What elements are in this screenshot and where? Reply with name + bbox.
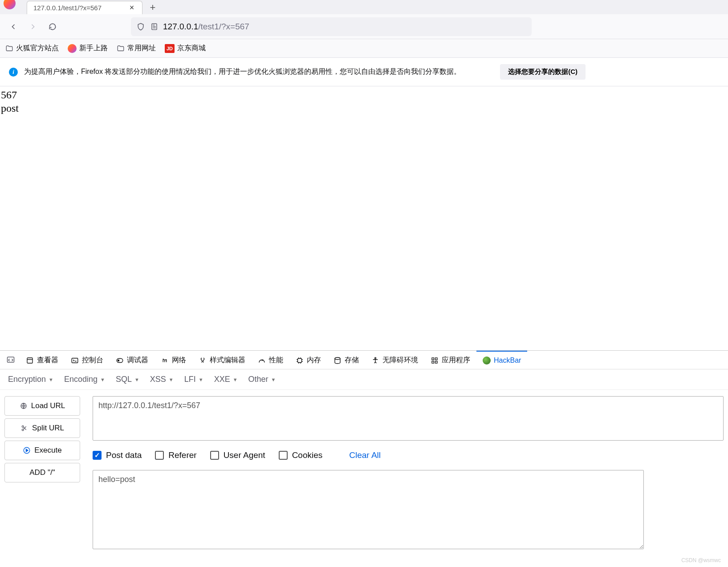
jd-icon: JD xyxy=(165,44,175,53)
site-info-icon[interactable] xyxy=(150,22,159,31)
close-tab-icon[interactable]: × xyxy=(128,4,136,12)
bookmark-item-jd[interactable]: JD 京东商城 xyxy=(165,44,206,53)
devtools-tab-debugger[interactable]: 调试器 xyxy=(110,351,155,369)
devtools-tab-style-editor[interactable]: 样式编辑器 xyxy=(192,351,252,369)
back-icon xyxy=(9,22,18,31)
url-text: 127.0.0.1/test1/?x=567 xyxy=(163,22,249,32)
accessibility-icon xyxy=(371,356,379,364)
url-bar[interactable]: 127.0.0.1/test1/?x=567 xyxy=(131,17,532,36)
style-editor-icon xyxy=(199,356,207,364)
watermark: CSDN @wsmwc xyxy=(681,557,721,563)
split-url-icon xyxy=(20,424,28,432)
tab-label: HackBar xyxy=(494,356,521,364)
browser-tab[interactable]: 127.0.0.1/test1/?x=567 × xyxy=(27,1,142,14)
firefox-icon xyxy=(68,44,77,53)
devtools-tab-inspector[interactable]: 查看器 xyxy=(20,351,65,369)
page-line-2: post xyxy=(1,101,727,115)
application-icon xyxy=(431,356,439,364)
svg-point-11 xyxy=(375,357,376,359)
info-message: 为提高用户体验，Firefox 将发送部分功能的使用情况给我们，用于进一步优化火… xyxy=(24,67,494,77)
hackbar-menu-xxe[interactable]: XXE▼ xyxy=(214,375,238,384)
performance-icon xyxy=(258,356,266,364)
hackbar-body: Load URL Split URL Execute ADD "/" xyxy=(0,390,728,567)
devtools-tab-memory[interactable]: 内存 xyxy=(289,351,327,369)
tab-label: 存储 xyxy=(345,356,359,365)
cookies-checkbox[interactable]: Cookies xyxy=(279,450,323,460)
tab-title: 127.0.0.1/test1/?x=567 xyxy=(33,4,123,12)
tab-bar: 127.0.0.1/test1/?x=567 × + xyxy=(0,0,728,14)
tab-strip: 127.0.0.1/test1/?x=567 × + xyxy=(27,0,159,14)
hackbar-options: Post data Referer User Agent Cookies C xyxy=(93,450,724,460)
bookmark-item-official[interactable]: 火狐官方站点 xyxy=(5,44,59,53)
devtools-tab-application[interactable]: 应用程序 xyxy=(424,351,476,369)
info-bar: i 为提高用户体验，Firefox 将发送部分功能的使用情况给我们，用于进一步优… xyxy=(0,58,728,86)
svg-rect-15 xyxy=(435,361,438,363)
svg-rect-12 xyxy=(432,358,434,360)
execute-icon xyxy=(23,446,31,454)
hackbar-url-input[interactable] xyxy=(93,396,724,441)
hackbar-menu-lfi[interactable]: LFI▼ xyxy=(184,375,203,384)
bookmark-label: 火狐官方站点 xyxy=(16,44,59,53)
hackbar-menu-encryption[interactable]: Encryption▼ xyxy=(8,375,53,384)
bookmark-label: 常用网址 xyxy=(127,44,156,53)
devtools-tabs: 查看器 控制台 调试器 网络 样式编辑器 性能 内存 存储 xyxy=(0,351,728,369)
load-url-button[interactable]: Load URL xyxy=(4,396,80,416)
page-content: 567 post xyxy=(0,86,728,350)
svg-rect-13 xyxy=(435,358,438,360)
tab-label: 查看器 xyxy=(37,356,58,365)
tab-label: 内存 xyxy=(307,356,321,365)
tab-label: 应用程序 xyxy=(442,356,470,365)
hackbar-menu-xss[interactable]: XSS▼ xyxy=(150,375,174,384)
forward-button[interactable] xyxy=(25,19,41,35)
hackbar-panel: Encryption▼ Encoding▼ SQL▼ XSS▼ LFI▼ XXE… xyxy=(0,369,728,567)
devtools-tab-console[interactable]: 控制台 xyxy=(65,351,110,369)
new-tab-button[interactable]: + xyxy=(146,1,159,14)
checkbox-icon xyxy=(93,451,102,460)
bookmark-label: 新手上路 xyxy=(79,44,108,53)
bookmark-item-newbie[interactable]: 新手上路 xyxy=(68,44,108,53)
hackbar-post-input[interactable] xyxy=(93,470,644,549)
back-button[interactable] xyxy=(5,19,21,35)
tab-label: 网络 xyxy=(172,356,186,365)
add-slash-button[interactable]: ADD "/" xyxy=(4,463,80,482)
hackbar-side-buttons: Load URL Split URL Execute ADD "/" xyxy=(4,396,80,549)
dock-icon[interactable] xyxy=(4,354,17,366)
nav-bar: 127.0.0.1/test1/?x=567 xyxy=(0,14,728,39)
share-data-button[interactable]: 选择您要分享的数据(C) xyxy=(500,64,586,80)
post-data-checkbox[interactable]: Post data xyxy=(93,450,142,460)
network-icon xyxy=(161,356,169,364)
devtools-tab-performance[interactable]: 性能 xyxy=(252,351,289,369)
svg-point-17 xyxy=(22,425,24,427)
svg-rect-5 xyxy=(27,358,33,363)
memory-icon xyxy=(296,356,304,364)
reload-icon xyxy=(48,22,57,31)
devtools-tab-storage[interactable]: 存储 xyxy=(327,351,365,369)
svg-rect-6 xyxy=(72,358,78,363)
svg-point-18 xyxy=(22,429,24,431)
folder-icon xyxy=(5,45,13,53)
shield-icon[interactable] xyxy=(136,22,145,31)
console-icon xyxy=(71,356,79,364)
split-url-button[interactable]: Split URL xyxy=(4,418,80,438)
bookmark-item-common[interactable]: 常用网址 xyxy=(117,44,156,53)
hackbar-menu-encoding[interactable]: Encoding▼ xyxy=(64,375,105,384)
firefox-logo-icon xyxy=(4,0,16,9)
devtools-tab-network[interactable]: 网络 xyxy=(155,351,192,369)
tab-label: 无障碍环境 xyxy=(382,356,418,365)
hackbar-main: Post data Referer User Agent Cookies C xyxy=(93,396,724,549)
forward-icon xyxy=(28,22,37,31)
devtools-tab-hackbar[interactable]: HackBar xyxy=(476,351,527,369)
user-agent-checkbox[interactable]: User Agent xyxy=(210,450,265,460)
execute-button[interactable]: Execute xyxy=(4,441,80,460)
page-line-1: 567 xyxy=(1,88,727,101)
hackbar-menu-sql[interactable]: SQL▼ xyxy=(116,375,139,384)
checkbox-icon xyxy=(155,451,164,460)
clear-all-link[interactable]: Clear All xyxy=(349,450,381,460)
svg-point-10 xyxy=(335,357,340,360)
referer-checkbox[interactable]: Referer xyxy=(155,450,196,460)
devtools-tab-accessibility[interactable]: 无障碍环境 xyxy=(365,351,424,369)
reload-button[interactable] xyxy=(45,19,61,35)
svg-rect-14 xyxy=(432,361,434,363)
hackbar-menu-bar: Encryption▼ Encoding▼ SQL▼ XSS▼ LFI▼ XXE… xyxy=(0,369,728,390)
hackbar-menu-other[interactable]: Other▼ xyxy=(248,375,276,384)
